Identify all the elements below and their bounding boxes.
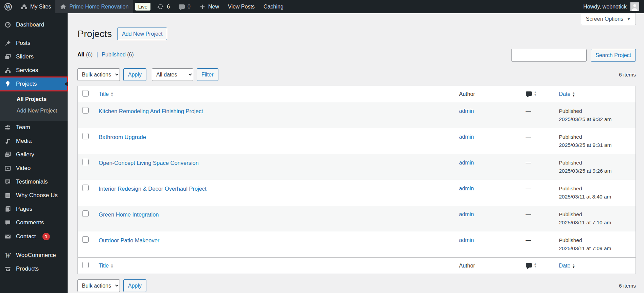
org-chart-icon — [4, 67, 12, 74]
search-input[interactable] — [511, 49, 587, 62]
sort-by-date[interactable]: Date▲▼ — [559, 91, 575, 97]
status-text: Published — [559, 211, 582, 217]
user-avatar[interactable] — [630, 2, 639, 11]
new-content-menu[interactable]: New — [195, 0, 223, 13]
project-title-link[interactable]: Outdoor Patio Makeover — [99, 237, 160, 243]
sidebar-item-video[interactable]: Video — [0, 161, 68, 175]
row-checkbox[interactable] — [82, 133, 89, 139]
select-all-checkbox[interactable] — [82, 262, 89, 268]
project-title-link[interactable]: Interior Redesign & Decor Overhaul Proje… — [99, 186, 207, 192]
apply-button[interactable]: Apply — [123, 68, 146, 81]
screen-options-label: Screen Options — [586, 16, 623, 22]
live-badge: Live — [135, 3, 151, 11]
bulk-actions-select[interactable]: Bulk actions — [77, 68, 120, 81]
sidebar-label: Sliders — [16, 53, 34, 60]
menu-separator — [0, 244, 68, 248]
items-count: 6 items — [619, 72, 636, 78]
wordpress-logo-menu[interactable]: W — [0, 0, 16, 13]
sidebar-item-projects[interactable]: Projects — [0, 77, 68, 91]
picture-frames-icon — [4, 151, 12, 158]
sort-by-title[interactable]: Title▲▼ — [99, 91, 114, 97]
project-title-link[interactable]: Bathroom Upgrade — [99, 134, 146, 140]
sidebar-item-services[interactable]: Services — [0, 64, 68, 77]
sort-by-comments[interactable]: ▲▼ — [526, 262, 537, 268]
pin-drop-icon — [4, 81, 12, 87]
author-link[interactable]: admin — [459, 160, 474, 166]
sort-by-comments[interactable]: ▲▼ — [526, 91, 537, 96]
submenu-item-all-projects[interactable]: All Projects — [0, 93, 68, 105]
site-name-menu[interactable]: Prime Home Renovation — [55, 0, 133, 13]
sidebar-item-dashboard[interactable]: Dashboard — [0, 18, 68, 32]
author-link[interactable]: admin — [459, 237, 474, 243]
table-footer-row: Title▲▼ Author ▲▼ Date▲▼ — [78, 258, 636, 274]
envelope-icon — [4, 233, 12, 240]
sidebar-item-contact[interactable]: Contact 1 — [0, 229, 68, 244]
sidebar-label: Testimonials — [16, 178, 48, 185]
items-count: 6 items — [619, 283, 636, 289]
date-text: 2025/03/25 at 9:26 am — [559, 168, 612, 174]
view-all-link[interactable]: All (6) — [77, 52, 92, 57]
sidebar-item-gallery[interactable]: Gallery — [0, 148, 68, 161]
sidebar-item-pages[interactable]: Pages — [0, 202, 68, 216]
home-icon — [60, 3, 67, 10]
slides-stack-icon — [4, 53, 12, 60]
add-new-project-button[interactable]: Add New Project — [117, 28, 167, 40]
my-sites-label: My Sites — [30, 4, 51, 10]
project-title-link[interactable]: Green Home Integration — [99, 211, 159, 218]
date-filter-select[interactable]: All dates — [152, 68, 193, 81]
sort-by-date[interactable]: Date▲▼ — [559, 263, 575, 269]
author-link[interactable]: admin — [459, 186, 474, 191]
sidebar-item-products[interactable]: Products — [0, 262, 68, 276]
my-sites-menu[interactable]: My Sites — [16, 0, 55, 13]
sidebar-item-team[interactable]: Team — [0, 121, 68, 134]
sort-arrows-icon: ▲▼ — [572, 91, 575, 97]
author-link[interactable]: admin — [459, 108, 474, 114]
project-title-link[interactable]: Open-Concept Living Space Conversion — [99, 160, 199, 166]
date-text: 2025/03/25 at 9:31 am — [559, 142, 612, 148]
active-menu-arrow-icon — [65, 82, 68, 86]
author-link[interactable]: admin — [459, 134, 474, 140]
view-published-link[interactable]: Published (6) — [102, 52, 134, 57]
pushpin-icon — [4, 40, 12, 47]
sidebar-label: Why Choose Us — [16, 192, 58, 199]
table-row: Open-Concept Living Space Conversion adm… — [78, 154, 636, 180]
date-text: 2025/03/11 at 7:09 am — [559, 245, 611, 251]
sidebar-item-sliders[interactable]: Sliders — [0, 50, 68, 64]
search-project-button[interactable]: Search Project — [591, 49, 636, 62]
sort-by-title[interactable]: Title▲▼ — [99, 263, 114, 269]
caching-menu[interactable]: Caching — [259, 0, 288, 13]
bulk-actions-select-bottom[interactable]: Bulk actions — [77, 279, 120, 292]
filter-button[interactable]: Filter — [197, 68, 218, 81]
tablenav-top: Bulk actions Apply All dates Filter 6 it… — [77, 68, 636, 81]
list-lines-icon — [4, 192, 12, 199]
author-link[interactable]: admin — [459, 211, 474, 217]
sidebar-label: Posts — [16, 40, 31, 47]
sidebar-item-why-choose-us[interactable]: Why Choose Us — [0, 189, 68, 202]
sidebar-item-media[interactable]: Media — [0, 134, 68, 148]
row-checkbox[interactable] — [82, 236, 89, 243]
sort-arrows-icon: ▲▼ — [110, 263, 113, 269]
project-title-link[interactable]: Kitchen Remodeling And Finishing Project — [99, 108, 203, 114]
row-checkbox[interactable] — [82, 210, 89, 217]
howdy-account-menu[interactable]: Howdy, webnotick — [583, 4, 627, 10]
updates-count: 6 — [167, 4, 170, 10]
row-checkbox[interactable] — [82, 159, 89, 165]
date-text: 2025/03/25 at 9:32 am — [559, 116, 612, 122]
author-column-header: Author — [459, 263, 475, 269]
sidebar-item-comments[interactable]: Comments — [0, 216, 68, 229]
view-posts-menu[interactable]: View Posts — [223, 0, 259, 13]
updates-menu[interactable]: 6 — [153, 0, 174, 13]
sidebar-label: Comments — [16, 219, 44, 226]
screen-options-tab[interactable]: Screen Options ▼ — [581, 13, 636, 25]
row-checkbox[interactable] — [82, 107, 89, 114]
submenu-item-add-new-project[interactable]: Add New Project — [0, 105, 68, 117]
sidebar-item-woocommerce[interactable]: W WooCommerce — [0, 248, 68, 262]
sidebar-item-testimonials[interactable]: Testimonials — [0, 175, 68, 189]
row-checkbox[interactable] — [82, 185, 89, 191]
select-all-checkbox[interactable] — [82, 90, 89, 97]
comments-menu[interactable]: 0 — [174, 0, 195, 13]
sidebar-item-posts[interactable]: Posts — [0, 36, 68, 50]
apply-button-bottom[interactable]: Apply — [123, 279, 146, 292]
sidebar-label: Gallery — [16, 151, 34, 158]
tablenav-bottom: Bulk actions Apply 6 items — [77, 274, 636, 292]
